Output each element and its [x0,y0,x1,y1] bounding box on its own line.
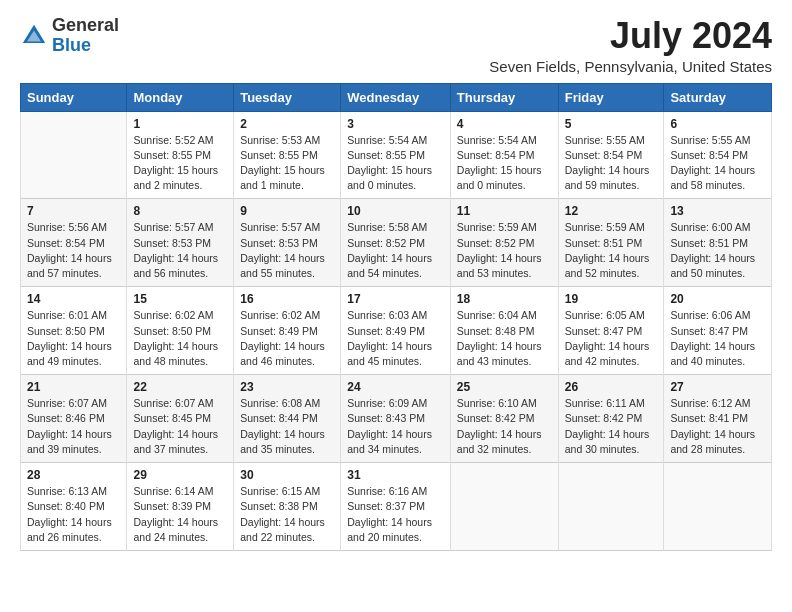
day-info: Sunrise: 5:59 AMSunset: 8:52 PMDaylight:… [457,220,552,281]
day-info: Sunrise: 6:04 AMSunset: 8:48 PMDaylight:… [457,308,552,369]
day-number: 13 [670,204,765,218]
calendar-cell [450,463,558,551]
day-info: Sunrise: 5:57 AMSunset: 8:53 PMDaylight:… [240,220,334,281]
day-info: Sunrise: 5:55 AMSunset: 8:54 PMDaylight:… [670,133,765,194]
calendar-cell: 31Sunrise: 6:16 AMSunset: 8:37 PMDayligh… [341,463,451,551]
day-number: 24 [347,380,444,394]
calendar-cell: 29Sunrise: 6:14 AMSunset: 8:39 PMDayligh… [127,463,234,551]
calendar-cell: 14Sunrise: 6:01 AMSunset: 8:50 PMDayligh… [21,287,127,375]
day-number: 25 [457,380,552,394]
calendar-cell: 7Sunrise: 5:56 AMSunset: 8:54 PMDaylight… [21,199,127,287]
col-header-saturday: Saturday [664,83,772,111]
day-number: 1 [133,117,227,131]
day-number: 3 [347,117,444,131]
calendar-cell: 22Sunrise: 6:07 AMSunset: 8:45 PMDayligh… [127,375,234,463]
day-number: 5 [565,117,658,131]
calendar-cell: 6Sunrise: 5:55 AMSunset: 8:54 PMDaylight… [664,111,772,199]
calendar-cell: 10Sunrise: 5:58 AMSunset: 8:52 PMDayligh… [341,199,451,287]
day-number: 11 [457,204,552,218]
day-number: 23 [240,380,334,394]
day-number: 10 [347,204,444,218]
day-number: 19 [565,292,658,306]
logo-text-general: General [52,16,119,36]
day-info: Sunrise: 6:12 AMSunset: 8:41 PMDaylight:… [670,396,765,457]
col-header-tuesday: Tuesday [234,83,341,111]
day-info: Sunrise: 6:10 AMSunset: 8:42 PMDaylight:… [457,396,552,457]
calendar-week-row: 7Sunrise: 5:56 AMSunset: 8:54 PMDaylight… [21,199,772,287]
day-number: 8 [133,204,227,218]
day-number: 16 [240,292,334,306]
page-header: General Blue July 2024 Seven Fields, Pen… [20,16,772,75]
day-info: Sunrise: 5:52 AMSunset: 8:55 PMDaylight:… [133,133,227,194]
calendar-cell: 3Sunrise: 5:54 AMSunset: 8:55 PMDaylight… [341,111,451,199]
day-info: Sunrise: 6:06 AMSunset: 8:47 PMDaylight:… [670,308,765,369]
day-number: 18 [457,292,552,306]
day-number: 6 [670,117,765,131]
day-info: Sunrise: 5:58 AMSunset: 8:52 PMDaylight:… [347,220,444,281]
calendar-cell: 28Sunrise: 6:13 AMSunset: 8:40 PMDayligh… [21,463,127,551]
day-number: 14 [27,292,120,306]
calendar-cell: 27Sunrise: 6:12 AMSunset: 8:41 PMDayligh… [664,375,772,463]
day-number: 29 [133,468,227,482]
calendar-cell [21,111,127,199]
calendar-cell: 23Sunrise: 6:08 AMSunset: 8:44 PMDayligh… [234,375,341,463]
calendar-cell: 17Sunrise: 6:03 AMSunset: 8:49 PMDayligh… [341,287,451,375]
day-info: Sunrise: 5:56 AMSunset: 8:54 PMDaylight:… [27,220,120,281]
logo: General Blue [20,16,119,56]
calendar-cell: 9Sunrise: 5:57 AMSunset: 8:53 PMDaylight… [234,199,341,287]
calendar-week-row: 1Sunrise: 5:52 AMSunset: 8:55 PMDaylight… [21,111,772,199]
calendar-cell [664,463,772,551]
day-info: Sunrise: 6:16 AMSunset: 8:37 PMDaylight:… [347,484,444,545]
calendar-cell: 13Sunrise: 6:00 AMSunset: 8:51 PMDayligh… [664,199,772,287]
calendar-week-row: 21Sunrise: 6:07 AMSunset: 8:46 PMDayligh… [21,375,772,463]
calendar-cell: 24Sunrise: 6:09 AMSunset: 8:43 PMDayligh… [341,375,451,463]
calendar-table: SundayMondayTuesdayWednesdayThursdayFrid… [20,83,772,551]
calendar-cell: 19Sunrise: 6:05 AMSunset: 8:47 PMDayligh… [558,287,664,375]
day-info: Sunrise: 6:05 AMSunset: 8:47 PMDaylight:… [565,308,658,369]
day-info: Sunrise: 6:09 AMSunset: 8:43 PMDaylight:… [347,396,444,457]
calendar-cell: 26Sunrise: 6:11 AMSunset: 8:42 PMDayligh… [558,375,664,463]
calendar-cell: 11Sunrise: 5:59 AMSunset: 8:52 PMDayligh… [450,199,558,287]
calendar-cell: 2Sunrise: 5:53 AMSunset: 8:55 PMDaylight… [234,111,341,199]
day-number: 21 [27,380,120,394]
day-number: 15 [133,292,227,306]
day-info: Sunrise: 5:53 AMSunset: 8:55 PMDaylight:… [240,133,334,194]
col-header-monday: Monday [127,83,234,111]
calendar-header-row: SundayMondayTuesdayWednesdayThursdayFrid… [21,83,772,111]
day-number: 26 [565,380,658,394]
day-info: Sunrise: 5:55 AMSunset: 8:54 PMDaylight:… [565,133,658,194]
col-header-friday: Friday [558,83,664,111]
location-title: Seven Fields, Pennsylvania, United State… [489,58,772,75]
calendar-cell: 25Sunrise: 6:10 AMSunset: 8:42 PMDayligh… [450,375,558,463]
day-info: Sunrise: 5:59 AMSunset: 8:51 PMDaylight:… [565,220,658,281]
month-title: July 2024 [489,16,772,56]
calendar-cell: 16Sunrise: 6:02 AMSunset: 8:49 PMDayligh… [234,287,341,375]
day-info: Sunrise: 6:00 AMSunset: 8:51 PMDaylight:… [670,220,765,281]
logo-text-blue: Blue [52,36,119,56]
day-number: 9 [240,204,334,218]
day-info: Sunrise: 6:15 AMSunset: 8:38 PMDaylight:… [240,484,334,545]
day-info: Sunrise: 5:57 AMSunset: 8:53 PMDaylight:… [133,220,227,281]
calendar-cell: 1Sunrise: 5:52 AMSunset: 8:55 PMDaylight… [127,111,234,199]
day-info: Sunrise: 6:02 AMSunset: 8:49 PMDaylight:… [240,308,334,369]
day-info: Sunrise: 6:03 AMSunset: 8:49 PMDaylight:… [347,308,444,369]
day-number: 27 [670,380,765,394]
calendar-cell: 8Sunrise: 5:57 AMSunset: 8:53 PMDaylight… [127,199,234,287]
day-info: Sunrise: 6:08 AMSunset: 8:44 PMDaylight:… [240,396,334,457]
calendar-cell: 4Sunrise: 5:54 AMSunset: 8:54 PMDaylight… [450,111,558,199]
calendar-cell: 20Sunrise: 6:06 AMSunset: 8:47 PMDayligh… [664,287,772,375]
day-info: Sunrise: 6:14 AMSunset: 8:39 PMDaylight:… [133,484,227,545]
day-number: 12 [565,204,658,218]
col-header-thursday: Thursday [450,83,558,111]
day-info: Sunrise: 6:07 AMSunset: 8:45 PMDaylight:… [133,396,227,457]
calendar-cell: 12Sunrise: 5:59 AMSunset: 8:51 PMDayligh… [558,199,664,287]
calendar-week-row: 28Sunrise: 6:13 AMSunset: 8:40 PMDayligh… [21,463,772,551]
day-number: 22 [133,380,227,394]
day-number: 30 [240,468,334,482]
col-header-sunday: Sunday [21,83,127,111]
day-info: Sunrise: 6:11 AMSunset: 8:42 PMDaylight:… [565,396,658,457]
day-number: 7 [27,204,120,218]
logo-icon [20,22,48,50]
day-info: Sunrise: 6:02 AMSunset: 8:50 PMDaylight:… [133,308,227,369]
calendar-cell: 18Sunrise: 6:04 AMSunset: 8:48 PMDayligh… [450,287,558,375]
